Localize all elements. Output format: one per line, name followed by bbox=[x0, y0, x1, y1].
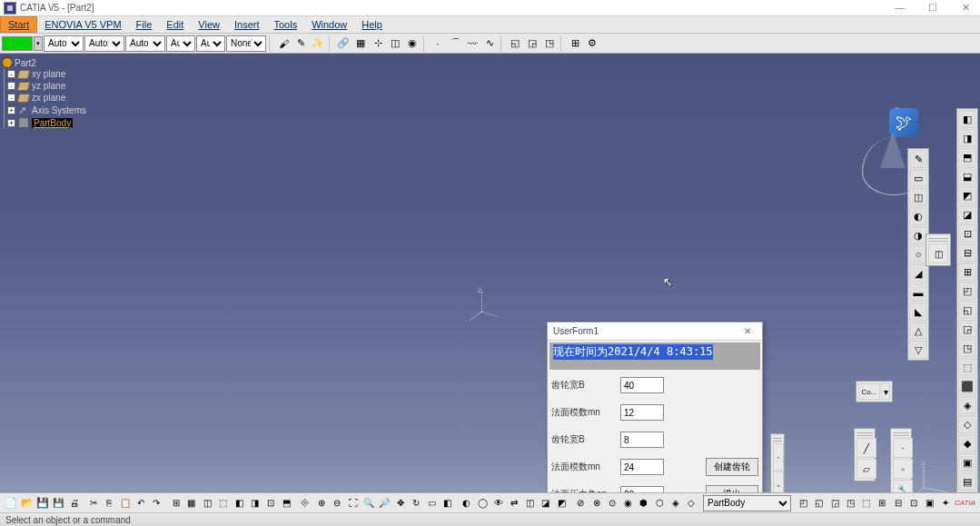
expand-icon[interactable]: + bbox=[7, 106, 15, 114]
tool-r-icon[interactable]: ◆ bbox=[958, 434, 976, 452]
tool-m-icon[interactable]: ◳ bbox=[958, 339, 976, 357]
btn-16[interactable]: ⊡ bbox=[263, 495, 278, 511]
tree-item-partbody[interactable]: + PartBody bbox=[7, 116, 86, 129]
tool-a-icon[interactable]: ◧ bbox=[958, 110, 976, 128]
tool-e-icon[interactable]: ◩ bbox=[958, 186, 976, 204]
pocket-icon[interactable]: ◫ bbox=[909, 188, 927, 206]
btn-35[interactable]: ⊙ bbox=[605, 495, 619, 511]
cube2-icon[interactable]: ◲ bbox=[524, 35, 540, 52]
btn-31[interactable]: ◪ bbox=[539, 495, 553, 511]
save-all-icon[interactable]: 💾 bbox=[51, 495, 65, 511]
sketch-icon[interactable]: ✎ bbox=[909, 150, 927, 168]
btn-17[interactable]: ⬒ bbox=[279, 495, 293, 511]
dialog-titlebar[interactable]: UserForm1 ✕ bbox=[548, 323, 762, 341]
palette-point-icon[interactable]: · bbox=[893, 438, 913, 458]
palette-grip[interactable] bbox=[773, 436, 782, 442]
btn-48[interactable]: ⊡ bbox=[906, 495, 921, 511]
render-icon[interactable]: ◉ bbox=[404, 35, 421, 52]
arc-icon[interactable]: ⌒ bbox=[447, 35, 463, 52]
btn-32[interactable]: ◩ bbox=[554, 495, 569, 511]
expand-icon[interactable]: + bbox=[7, 119, 15, 127]
palette-slim-2[interactable]: ╱ ▱ bbox=[854, 428, 876, 481]
btn-11[interactable]: ▦ bbox=[184, 495, 199, 511]
expand-icon[interactable]: - bbox=[7, 94, 15, 102]
cut-icon[interactable] bbox=[86, 495, 101, 511]
tool-s-icon[interactable]: ▣ bbox=[958, 453, 976, 471]
table-icon[interactable]: ⊞ bbox=[567, 35, 583, 52]
create-gear-button[interactable]: 创建齿轮 bbox=[706, 458, 758, 476]
palette-slim-3[interactable]: · ▫ 🔧 bbox=[890, 428, 912, 502]
constraint-dropdown-icon[interactable]: ▾ bbox=[881, 383, 890, 400]
btn-14[interactable]: ◧ bbox=[232, 495, 246, 511]
wand-icon[interactable]: ✨ bbox=[310, 35, 326, 52]
spline-icon[interactable]: ∿ bbox=[481, 35, 498, 52]
menu-enovia[interactable]: ENOVIA V5 VPM bbox=[37, 16, 128, 33]
copy-icon[interactable] bbox=[102, 495, 116, 511]
remove-loft-icon[interactable]: ▽ bbox=[909, 341, 927, 359]
brush-icon[interactable]: 🖌 bbox=[275, 35, 292, 52]
palette-line-icon[interactable]: ╱ bbox=[856, 438, 876, 458]
pencil-icon[interactable]: ✎ bbox=[292, 35, 309, 52]
normal-view-icon[interactable]: ▭ bbox=[424, 495, 439, 511]
btn-43[interactable]: ◲ bbox=[827, 495, 842, 511]
groove-icon[interactable]: ◑ bbox=[909, 226, 927, 244]
select-6[interactable]: None bbox=[226, 35, 266, 52]
grid-icon[interactable]: ▦ bbox=[352, 35, 369, 52]
btn-20[interactable]: ⊖ bbox=[330, 495, 344, 511]
normal-module-mn2-input[interactable] bbox=[620, 459, 664, 475]
tool-o-icon[interactable]: ⬛ bbox=[958, 377, 976, 395]
minimize-button[interactable]: — bbox=[889, 2, 911, 14]
tree-item-yz-plane[interactable]: - yz plane bbox=[7, 80, 86, 92]
select-4[interactable]: Aut bbox=[166, 35, 195, 52]
menu-help[interactable]: Help bbox=[354, 16, 390, 33]
menu-view[interactable]: View bbox=[191, 16, 227, 33]
menu-edit[interactable]: Edit bbox=[159, 16, 191, 33]
dialog-close-button[interactable]: ✕ bbox=[738, 326, 757, 336]
btn-40[interactable]: ◇ bbox=[684, 495, 698, 511]
zoom-in-icon[interactable]: 🔍 bbox=[361, 495, 376, 511]
btn-19[interactable]: ⊕ bbox=[314, 495, 329, 511]
btn-39[interactable]: ◈ bbox=[668, 495, 683, 511]
pan-icon[interactable]: ✥ bbox=[392, 495, 407, 511]
swap-icon[interactable]: ⇄ bbox=[507, 495, 521, 511]
tool-j-icon[interactable]: ◰ bbox=[958, 282, 976, 300]
btn-18[interactable]: 🞜 bbox=[298, 495, 312, 511]
slot-icon[interactable]: ▬ bbox=[909, 283, 927, 302]
palette-shell[interactable]: ◫ bbox=[926, 233, 951, 266]
menu-insert[interactable]: Insert bbox=[227, 16, 267, 33]
expand-icon[interactable]: - bbox=[7, 82, 15, 90]
color-swatch[interactable] bbox=[2, 36, 33, 51]
constraint-label[interactable]: Co... bbox=[858, 383, 880, 400]
tool-n-icon[interactable]: ⬚ bbox=[958, 358, 976, 376]
palette-grip[interactable] bbox=[856, 431, 873, 436]
stiffener-icon[interactable]: ◣ bbox=[909, 303, 927, 321]
tool-l-icon[interactable]: ◲ bbox=[958, 320, 976, 338]
axes-icon[interactable]: ⊹ bbox=[370, 35, 386, 52]
cube1-icon[interactable]: ◱ bbox=[507, 35, 523, 52]
rotate-icon[interactable]: ↻ bbox=[409, 495, 423, 511]
fit-all-icon[interactable]: ⛶ bbox=[345, 495, 360, 511]
select-2[interactable]: Auto bbox=[84, 35, 124, 52]
paste-icon[interactable] bbox=[117, 495, 132, 511]
normal-module-mn-input[interactable] bbox=[620, 404, 664, 421]
palette-grip[interactable] bbox=[893, 431, 909, 436]
btn-36[interactable]: ◉ bbox=[620, 495, 635, 511]
open-icon[interactable] bbox=[19, 495, 34, 511]
tool-b-icon[interactable]: ◨ bbox=[958, 129, 976, 147]
select-5[interactable]: Aut bbox=[196, 35, 225, 52]
save-icon[interactable] bbox=[35, 495, 50, 511]
tree-root[interactable]: Part2 bbox=[2, 57, 86, 68]
menu-file[interactable]: File bbox=[129, 16, 160, 33]
color-dropdown-icon[interactable]: ▾ bbox=[34, 36, 43, 51]
btn-45[interactable]: ⬚ bbox=[859, 495, 874, 511]
btn-49[interactable]: ▣ bbox=[922, 495, 936, 511]
btn-34[interactable]: ⊗ bbox=[589, 495, 604, 511]
control-icon[interactable]: ⚙ bbox=[584, 35, 600, 52]
tool-h-icon[interactable]: ⊟ bbox=[958, 243, 976, 262]
btn-41[interactable]: ◰ bbox=[796, 495, 810, 511]
start-menu[interactable]: Start bbox=[0, 16, 37, 33]
hide-icon[interactable]: 👁 bbox=[491, 495, 506, 511]
tool-f-icon[interactable]: ◪ bbox=[958, 205, 976, 223]
gear-width-b2-input[interactable] bbox=[620, 432, 664, 448]
curve-icon[interactable]: 〰 bbox=[464, 35, 480, 52]
